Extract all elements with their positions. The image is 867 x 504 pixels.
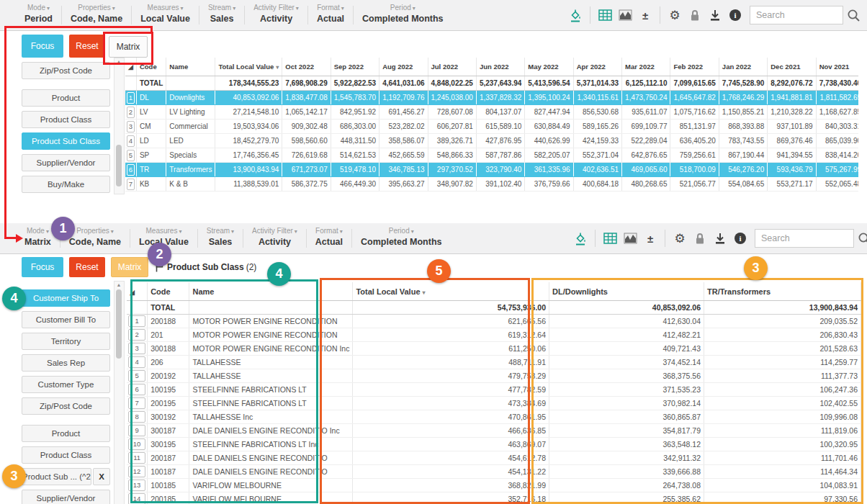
toolbar-group-period[interactable]: Period▾Completed Months <box>352 223 451 253</box>
row-number[interactable]: 7 <box>128 397 145 409</box>
column-header-name[interactable]: Name <box>189 282 353 301</box>
row-number[interactable]: 4 <box>128 356 145 368</box>
lock-icon[interactable] <box>687 6 703 24</box>
code-cell[interactable]: 201 <box>148 328 189 342</box>
code-cell[interactable]: 300188 <box>148 342 189 356</box>
toolbar-group-stream[interactable]: Stream▾Sales <box>199 0 244 30</box>
toolbar-group-format[interactable]: Format▾Actual <box>308 0 353 30</box>
code-cell[interactable]: 200195 <box>148 397 189 410</box>
row-number[interactable]: 11 <box>128 452 145 464</box>
reset-button[interactable]: Reset <box>69 35 105 58</box>
grid-view-icon[interactable] <box>602 230 618 247</box>
focus-button[interactable]: Focus <box>22 257 63 277</box>
table-row[interactable]: 1200188MOTOR POWER ENGINE RECONDITION621… <box>127 315 861 328</box>
table-row[interactable]: 4LDLED18,452,279.70598,560.60448,311.503… <box>125 134 858 148</box>
code-cell[interactable]: 300195 <box>148 438 189 451</box>
table-row[interactable]: 2LVLV Lighting27,214,548.101,065,142.178… <box>125 105 858 120</box>
pivot-corner-icon[interactable]: ◢ <box>128 63 133 71</box>
row-number[interactable]: 14 <box>128 493 145 504</box>
code-cell[interactable]: 300187 <box>148 424 189 438</box>
row-number-header[interactable]: ◢ <box>127 282 148 301</box>
row-number[interactable]: 7 <box>127 179 135 190</box>
code-cell[interactable]: 100187 <box>148 465 189 479</box>
toolbar-group-measures[interactable]: Measures▾Local Value <box>130 223 197 253</box>
column-header-jul-2022[interactable]: Jul 2022 <box>428 58 476 76</box>
code-cell[interactable]: 300192 <box>148 410 189 424</box>
sidebar-item-product[interactable]: Product <box>22 89 110 107</box>
row-number[interactable]: 2 <box>128 329 145 341</box>
sidebar-item-sales-rep[interactable]: Sales Rep <box>22 354 110 372</box>
scrollbar-thumb[interactable] <box>116 145 122 186</box>
column-header-apr-2022[interactable]: Apr 2022 <box>573 58 621 76</box>
column-header-total-local-value[interactable]: Total Local Value▾ <box>215 58 282 76</box>
column-header-mar-2022[interactable]: Mar 2022 <box>622 58 670 76</box>
sidebar-item-customer-ship-to[interactable]: Customer Ship To <box>22 289 110 307</box>
row-number[interactable]: 13 <box>128 480 145 491</box>
table-row[interactable]: 12100187DALE DANIELS ENGINE RECONDITIO45… <box>127 465 861 479</box>
code-cell[interactable]: 100185 <box>148 479 189 492</box>
toolbar-group-stream[interactable]: Stream▾Sales <box>198 223 243 253</box>
row-number[interactable]: 3 <box>128 343 145 354</box>
row-number[interactable]: 9 <box>128 425 145 436</box>
row-number-header[interactable]: ◢ <box>125 58 136 76</box>
code-cell[interactable]: 200192 <box>148 369 189 383</box>
chart-view-icon[interactable] <box>622 230 638 247</box>
table-row[interactable]: 6TRTransformers13,900,843.94671,273.0751… <box>125 163 858 177</box>
sidebar-item-product-class[interactable]: Product Class <box>22 111 110 128</box>
sidebar-item-product[interactable]: Product <box>22 425 110 442</box>
code-cell[interactable]: 206 <box>148 356 189 369</box>
format-paint-icon[interactable] <box>572 230 588 247</box>
info-icon[interactable]: i <box>727 6 743 24</box>
sidebar-item-supplier-vendor[interactable]: Supplier/Vendor <box>22 490 110 504</box>
search-magnifier-icon[interactable] <box>845 6 861 24</box>
table-row[interactable]: 11200187DALE DANIELS ENGINE RECONDITIO45… <box>127 451 861 465</box>
reset-button[interactable]: Reset <box>69 257 105 277</box>
column-header-name[interactable]: Name <box>166 58 215 76</box>
toolbar-group-activity-filter[interactable]: Activity Filter▾Activity <box>245 0 307 30</box>
chart-view-icon[interactable] <box>617 6 633 24</box>
column-header-total-local-value[interactable]: Total Local Value▾ <box>353 282 549 301</box>
search-input[interactable] <box>750 6 843 24</box>
sidebar-item-buy-make[interactable]: Buy/Make <box>22 176 110 193</box>
column-header-dec-2021[interactable]: Dec 2021 <box>768 58 816 76</box>
info-icon[interactable]: i <box>732 230 748 247</box>
column-header-may-2022[interactable]: May 2022 <box>525 58 573 76</box>
row-number[interactable]: 12 <box>128 466 145 477</box>
scrollbar-bottom[interactable]: ▲ <box>114 281 125 504</box>
sidebar-item-zip-post-code[interactable]: Zip/Post Code <box>22 62 110 79</box>
code-cell[interactable]: 200187 <box>148 451 189 465</box>
column-header-jan-2022[interactable]: Jan 2022 <box>719 58 767 76</box>
row-number[interactable]: 2 <box>127 107 135 118</box>
row-number[interactable]: 8 <box>128 411 145 423</box>
toolbar-group-mode[interactable]: Mode▾Period <box>16 0 61 30</box>
column-header-code[interactable]: Code <box>148 282 189 301</box>
scroll-up-icon[interactable]: ▲ <box>114 59 123 64</box>
column-header-nov-2021[interactable]: Nov 2021 <box>816 58 858 76</box>
row-number[interactable]: 5 <box>127 150 135 161</box>
download-icon[interactable] <box>707 6 723 24</box>
search-magnifier-icon[interactable] <box>856 230 867 247</box>
table-row[interactable]: 2201MOTOR POWER ENGINE RECONDITION619,31… <box>127 328 861 342</box>
sidebar-item-customer-type[interactable]: Customer Type <box>22 376 110 393</box>
column-header-tr-transformers[interactable]: TR/Transformers <box>704 282 861 301</box>
pivot-corner-icon[interactable]: ◢ <box>130 289 135 296</box>
column-header-code[interactable]: Code <box>136 58 166 76</box>
row-number[interactable]: 6 <box>128 384 145 395</box>
toolbar-group-period[interactable]: Period▾Completed Months <box>354 0 452 30</box>
sidebar-item-territory[interactable]: Territory <box>22 333 110 350</box>
table-row[interactable]: 1DLDownlights40,853,092.061,838,477.081,… <box>125 91 858 105</box>
format-paint-icon[interactable] <box>567 6 583 24</box>
toolbar-group-activity-filter[interactable]: Activity Filter▾Activity <box>243 223 306 253</box>
code-cell[interactable]: 100195 <box>148 383 189 397</box>
row-number[interactable]: 6 <box>127 164 135 176</box>
table-row[interactable]: 8300192TALLAHESSE Inc470,861.95360,865.8… <box>127 410 861 424</box>
scroll-up-icon[interactable]: ▲ <box>114 282 123 287</box>
table-row[interactable]: 5SPSpecials17,746,356.45726,619.68514,62… <box>125 148 858 163</box>
sidebar-item-product-sub-class[interactable]: Product Sub Class <box>22 132 110 150</box>
table-row[interactable]: 4206TALLAHESSE488,711.91374,452.14114,25… <box>127 356 861 369</box>
settings-gear-icon[interactable]: ⚙ <box>667 6 683 24</box>
column-header-dl-downlights[interactable]: DL/Downlights <box>549 282 704 301</box>
sidebar-item-close-button[interactable]: X <box>93 468 110 485</box>
table-row[interactable]: 7200195STEELFINNE FABRICATIONS LT473,384… <box>127 397 861 410</box>
sidebar-item-product-class[interactable]: Product Class <box>22 446 110 464</box>
